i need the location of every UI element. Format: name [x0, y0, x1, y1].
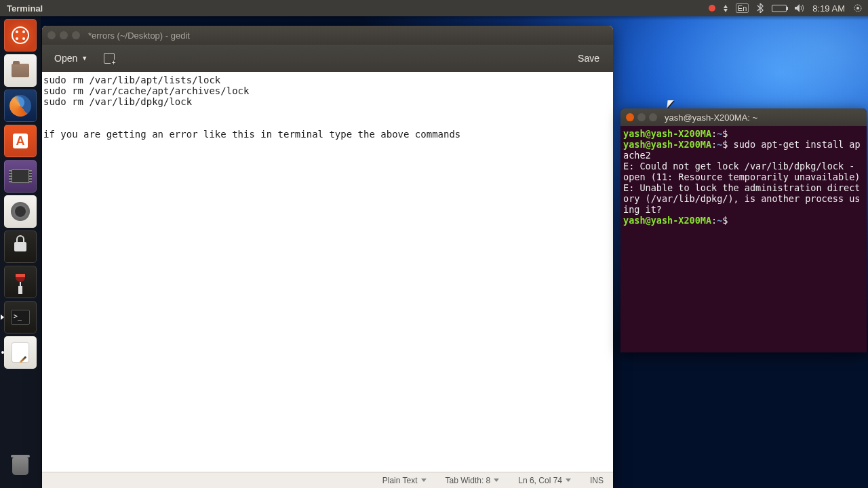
keyboard-language-icon[interactable]: En	[736, 3, 749, 13]
gedit-titlebar[interactable]: *errors (~/Desktop) - gedit	[42, 26, 613, 45]
insert-mode: INS	[590, 476, 604, 485]
launcher-firefox[interactable]	[4, 89, 37, 122]
terminal-title: yash@yash-X200MA: ~	[665, 113, 757, 123]
launcher-lock[interactable]	[4, 230, 37, 263]
gedit-statusbar: Plain Text Tab Width: 8 Ln 6, Col 74 INS	[42, 472, 613, 488]
tab-width-selector[interactable]: Tab Width: 8	[446, 476, 500, 485]
window-close-icon[interactable]	[626, 113, 634, 121]
active-app-menu[interactable]: Terminal	[0, 3, 50, 14]
launcher-wine[interactable]	[4, 266, 37, 298]
open-button[interactable]: Open▼	[49, 50, 93, 66]
unity-launcher: A >_	[0, 16, 41, 488]
top-panel: Terminal En 8:19 AM	[0, 0, 868, 16]
gedit-window: *errors (~/Desktop) - gedit Open▼ Save s…	[42, 26, 613, 488]
launcher-videos[interactable]	[4, 160, 37, 192]
launcher-dash[interactable]	[4, 19, 37, 52]
svg-point-1	[856, 7, 859, 9]
window-close-icon[interactable]	[47, 31, 56, 39]
cursor-position: Ln 6, Col 74	[518, 476, 571, 485]
launcher-trash[interactable]	[4, 450, 37, 483]
window-minimize-icon[interactable]	[60, 31, 68, 39]
window-maximize-icon[interactable]	[72, 31, 80, 39]
volume-icon[interactable]	[795, 4, 804, 12]
launcher-gedit[interactable]	[4, 336, 37, 369]
syntax-selector[interactable]: Plain Text	[382, 476, 427, 485]
clock[interactable]: 8:19 AM	[812, 3, 845, 14]
session-icon[interactable]	[853, 3, 863, 13]
terminal-titlebar[interactable]: yash@yash-X200MA: ~	[620, 108, 867, 126]
network-icon[interactable]	[724, 5, 728, 12]
bluetooth-icon[interactable]	[757, 3, 764, 13]
window-maximize-icon[interactable]	[649, 113, 657, 121]
launcher-settings[interactable]	[4, 195, 37, 228]
gedit-toolbar: Open▼ Save	[42, 45, 613, 72]
gedit-title: *errors (~/Desktop) - gedit	[88, 30, 190, 41]
new-tab-icon[interactable]	[104, 53, 115, 64]
editor-area[interactable]: sudo rm /var/lib/apt/lists/lock sudo rm …	[42, 72, 613, 472]
screen-recorder-icon[interactable]	[709, 5, 715, 12]
terminal-window: yash@yash-X200MA: ~ yash@yash-X200MA:~$ …	[620, 108, 867, 352]
terminal-body[interactable]: yash@yash-X200MA:~$ yash@yash-X200MA:~$ …	[620, 126, 867, 352]
launcher-files[interactable]	[4, 54, 37, 87]
launcher-software[interactable]: A	[4, 125, 37, 157]
window-minimize-icon[interactable]	[637, 113, 646, 121]
launcher-terminal[interactable]: >_	[4, 301, 37, 333]
save-button[interactable]: Save	[571, 50, 606, 66]
battery-icon[interactable]	[772, 5, 787, 12]
